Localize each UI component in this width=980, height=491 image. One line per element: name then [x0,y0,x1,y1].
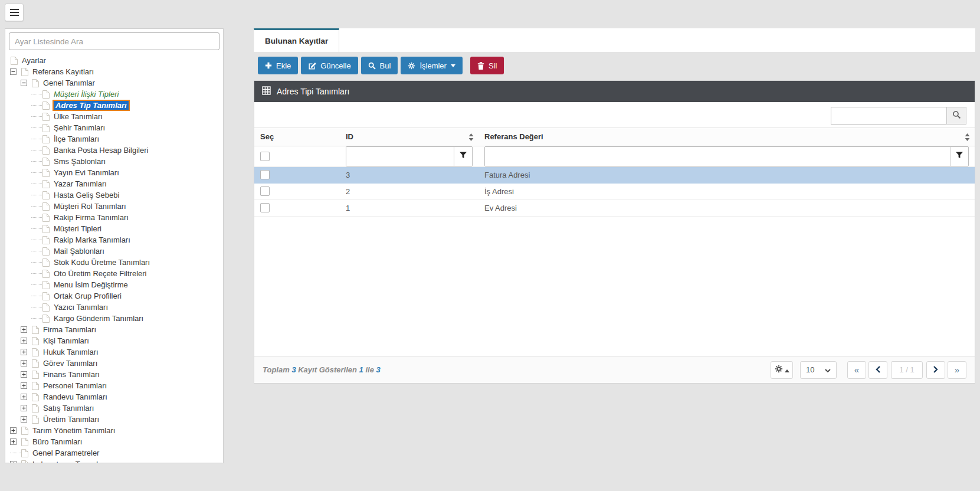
expand-expander-icon[interactable] [21,380,31,391]
expand-expander-icon[interactable] [21,358,31,369]
tree-item-label: Ülke Tanımları [54,112,103,121]
select-all-checkbox[interactable] [260,152,270,161]
page-size-select[interactable]: 10 [800,361,837,379]
tree-item[interactable]: Oto Üretim Reçete Filtreleri [5,268,223,279]
sort-icon[interactable] [468,133,474,143]
tree-item[interactable]: Büro Tanımları [5,436,223,447]
tree-item[interactable]: Rakip Firma Tanımları [5,212,223,223]
next-page-button[interactable] [926,361,945,379]
settings-search-input[interactable] [9,32,219,50]
tree-item[interactable]: İlçe Tanımları [5,133,223,145]
bul-button[interactable]: Bul [361,57,398,74]
expand-expander-icon[interactable] [21,391,31,402]
expand-expander-icon[interactable] [21,335,31,346]
tree-item[interactable]: Kargo Gönderim Tanımları [5,313,223,324]
tree-item[interactable]: Stok Kodu Üretme Tanımları [5,257,223,268]
row-checkbox[interactable] [260,186,270,196]
tree-item-label: Yayın Evi Tanımları [54,168,119,177]
tree-item[interactable]: Müşteri Tipleri [5,223,223,234]
tree-item[interactable]: Menu İsim Değiştirme [5,279,223,290]
expand-expander-icon[interactable] [21,369,31,380]
i̇şlemler-button[interactable]: İşlemler [401,57,463,74]
tree-connector [31,89,42,100]
tree-item[interactable]: Referans Kayıtları [5,66,223,77]
last-page-button[interactable]: » [948,361,966,379]
tree-item[interactable]: Görev Tanımları [5,358,223,369]
chevron-down-icon [825,365,831,374]
tree-item[interactable]: Personel Tanımları [5,380,223,391]
row-checkbox[interactable] [260,203,270,212]
table-row[interactable]: 3Fatura Adresi [254,166,975,183]
previous-page-button[interactable] [868,361,887,379]
expand-expander-icon[interactable] [21,324,31,335]
first-page-button[interactable]: « [847,361,866,379]
record-toolbar: EkleGüncelleBulİşlemlerSil [258,57,504,74]
expand-expander-icon[interactable] [21,402,31,414]
tree-item[interactable]: Genel Tanımlar [5,77,223,89]
document-icon [42,258,51,267]
tree-item[interactable]: Mail Şablonları [5,245,223,257]
tree-item[interactable]: Müşteri Rol Tanımları [5,201,223,212]
sil-button[interactable]: Sil [470,57,504,74]
tree-item[interactable]: Yayın Evi Tanımları [5,167,223,178]
tree-connector [31,201,42,212]
tree-item[interactable]: Adres Tip Tanımları [5,100,223,111]
tree-item[interactable]: Yazıcı Tanımları [5,302,223,313]
tree-item-label: Hukuk Tanımları [43,348,99,356]
document-icon [31,392,41,402]
tree-item[interactable]: Kişi Tanımları [5,335,223,346]
funnel-icon [956,152,963,161]
ekle-button[interactable]: Ekle [258,57,298,74]
grid-settings-button[interactable] [771,361,793,379]
tree-item[interactable]: Randevu Tanımları [5,391,223,402]
expand-expander-icon[interactable] [21,346,31,358]
caret-up-icon [785,365,789,374]
collapse-expander-icon[interactable] [21,77,31,89]
tree-item-label: Banka Posta Hesap Bilgileri [54,146,148,155]
tree-item[interactable]: Sms Şablonları [5,156,223,167]
güncelle-button[interactable]: Güncelle [301,57,358,74]
tab-found-records[interactable]: Bulunan Kayıtlar [254,28,339,52]
button-label: Ekle [276,61,291,70]
tree-item[interactable]: Ülke Tanımları [5,111,223,122]
tree-item[interactable]: Rakip Marka Tanımları [5,234,223,245]
expand-expander-icon[interactable] [21,414,31,425]
row-checkbox[interactable] [260,170,270,179]
tree-item[interactable]: Tarım Yönetim Tanımları [5,425,223,436]
tree-item[interactable]: Laboratuvar Tanımları [5,459,223,463]
row-select-cell [254,199,340,216]
tree-item[interactable]: Üretim Tanımları [5,414,223,425]
value-filter-button[interactable] [950,147,968,166]
menu-toggle-button[interactable] [5,4,24,21]
tree-item[interactable]: Firma Tanımları [5,324,223,335]
tree-item[interactable]: Ayarlar [5,55,223,66]
id-filter-button[interactable] [454,147,472,166]
expand-expander-icon[interactable] [10,436,21,447]
filter-cell-select [254,146,340,166]
tree-item-label: Mail Şablonları [54,247,104,256]
tree-item[interactable]: Yazar Tanımları [5,178,223,189]
table-search-button[interactable] [946,107,966,125]
table-row[interactable]: 2İş Adresi [254,183,975,199]
sort-icon[interactable] [965,133,970,143]
table-row[interactable]: 1Ev Adresi [254,199,975,216]
tree-item[interactable]: Finans Tanımları [5,369,223,380]
tree-item-label: Üretim Tanımları [43,415,99,424]
tree-item[interactable]: Ortak Grup Profilleri [5,290,223,302]
tree-item[interactable]: Banka Posta Hesap Bilgileri [5,145,223,156]
collapse-expander-icon[interactable] [10,66,21,77]
tree-item[interactable]: Hasta Geliş Sebebi [5,189,223,201]
id-filter-input[interactable] [346,147,453,166]
expand-expander-icon[interactable] [10,459,21,463]
column-header-value[interactable]: Referans Değeri [478,128,975,146]
table-search-input[interactable] [831,107,946,125]
value-filter-input[interactable] [485,147,949,166]
column-header-id[interactable]: ID [340,128,478,146]
tree-item[interactable]: Genel Parametreler [5,447,223,459]
tree-item[interactable]: Müşteri İlişki Tipleri [5,89,223,100]
tree-item[interactable]: Hukuk Tanımları [5,346,223,358]
tree-item[interactable]: Şehir Tanımları [5,122,223,133]
tree-item[interactable]: Satış Tanımları [5,402,223,414]
expand-expander-icon[interactable] [10,425,21,436]
tree-connector [31,234,42,245]
